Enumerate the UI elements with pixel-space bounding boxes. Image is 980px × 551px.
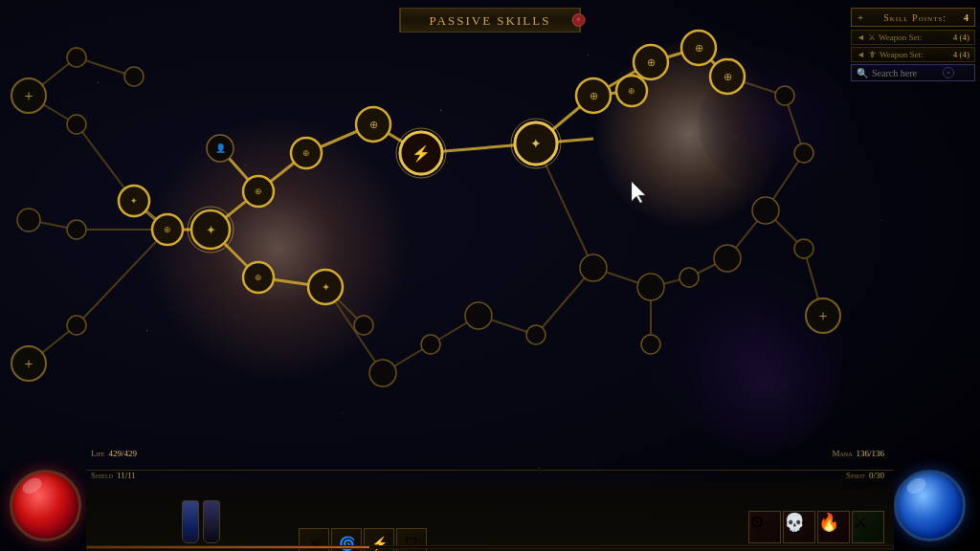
right-stats: Mana 136/136 Spirit 0/30: [832, 441, 884, 484]
svg-point-49: [124, 67, 144, 86]
svg-text:⊕: ⊕: [695, 42, 703, 54]
svg-text:✦: ✦: [322, 281, 330, 293]
svg-text:⊕: ⊕: [628, 86, 635, 96]
weapon-set-1-value: 4 (4): [953, 33, 969, 42]
skill-points-value: 4: [964, 12, 969, 23]
weapon-set-2-value: 4 (4): [953, 50, 969, 59]
svg-text:👤: 👤: [215, 143, 227, 154]
svg-text:+: +: [24, 88, 33, 104]
svg-point-59: [794, 143, 813, 163]
spirit-value: 0/30: [869, 471, 884, 480]
svg-text:⊕: ⊕: [255, 273, 262, 282]
weapon-icon-2: 🗡: [868, 50, 877, 59]
svg-point-51: [526, 325, 546, 344]
close-button[interactable]: ×: [571, 13, 585, 27]
svg-point-64: [421, 335, 440, 354]
game-canvas: + + +: [0, 0, 980, 551]
life-label: Life: [91, 449, 105, 458]
title-bar: Passive Skills ×: [400, 8, 581, 33]
shield-value: 11/11: [117, 471, 136, 480]
life-value: 429/429: [109, 449, 138, 458]
search-box[interactable]: 🔍 ×: [851, 64, 975, 81]
svg-text:✦: ✦: [206, 223, 216, 237]
svg-text:✦: ✦: [130, 196, 138, 206]
svg-text:⊕: ⊕: [164, 225, 171, 234]
svg-point-50: [465, 302, 492, 329]
svg-point-45: [67, 115, 86, 134]
skill-points-row: + Skill Points: 4: [851, 8, 975, 27]
search-input[interactable]: [872, 68, 939, 78]
svg-point-57: [752, 197, 779, 224]
svg-point-46: [67, 220, 86, 239]
svg-text:⊕: ⊕: [724, 71, 732, 82]
svg-point-60: [794, 239, 813, 258]
svg-text:⊕: ⊕: [302, 148, 310, 158]
svg-point-55: [679, 268, 699, 287]
mana-value: 136/136: [856, 449, 884, 458]
weapon-icon-1: ⚔: [868, 33, 876, 42]
weapon-set-2-label: Weapon Set:: [880, 50, 950, 59]
svg-point-54: [641, 335, 660, 354]
svg-text:✦: ✦: [530, 137, 542, 151]
passive-skills-title: Passive Skills: [430, 13, 551, 28]
search-clear-button[interactable]: ×: [943, 67, 954, 78]
svg-point-48: [67, 48, 86, 67]
spirit-label: Spirit: [846, 471, 865, 480]
svg-point-43: [17, 209, 40, 231]
svg-line-22: [77, 230, 167, 325]
mana-label: Mana: [832, 449, 852, 458]
weapon-set-1-label: Weapon Set:: [879, 33, 950, 42]
svg-text:⊕: ⊕: [590, 90, 598, 101]
arrow-left-icon-2: ◄: [857, 50, 865, 59]
svg-text:+: +: [818, 308, 827, 324]
svg-point-58: [775, 86, 794, 105]
skill-tree[interactable]: + + +: [0, 0, 861, 507]
svg-point-63: [369, 360, 396, 386]
search-icon: 🔍: [857, 68, 868, 78]
plus-icon: +: [858, 11, 863, 23]
skill-points-label: Skill Points:: [883, 12, 947, 23]
weapon-set-1-row: ◄ ⚔ Weapon Set: 4 (4): [851, 30, 975, 45]
svg-text:⊕: ⊕: [255, 187, 262, 196]
svg-text:⚡: ⚡: [412, 144, 431, 163]
svg-text:+: +: [24, 356, 33, 372]
shield-label: Shield: [91, 471, 113, 480]
svg-point-47: [67, 316, 86, 335]
svg-point-56: [714, 245, 741, 272]
right-panel: + Skill Points: 4 ◄ ⚔ Weapon Set: 4 (4) …: [851, 8, 975, 81]
svg-point-52: [580, 254, 607, 281]
svg-point-62: [354, 316, 373, 335]
weapon-set-2-row: ◄ 🗡 Weapon Set: 4 (4): [851, 47, 975, 62]
arrow-left-icon-1: ◄: [857, 33, 865, 42]
left-stats: Life 429/429 Shield 11/11: [91, 441, 137, 484]
svg-text:⊕: ⊕: [369, 119, 378, 130]
svg-text:⊕: ⊕: [647, 56, 656, 68]
svg-point-53: [637, 274, 664, 300]
